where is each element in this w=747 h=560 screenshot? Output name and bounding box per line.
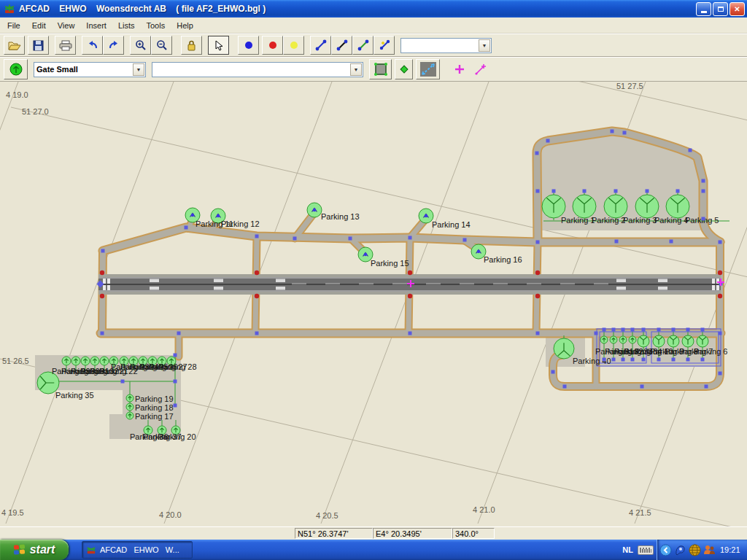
close-button[interactable]: ✕ <box>729 2 745 16</box>
taxiway-node[interactable] <box>177 332 181 335</box>
taxiway-node[interactable] <box>642 358 646 362</box>
hold-node[interactable] <box>718 271 722 275</box>
taxiway-node[interactable] <box>101 332 104 335</box>
hold-node[interactable] <box>535 271 540 275</box>
redo-button[interactable] <box>103 36 124 55</box>
taxiway-node[interactable] <box>701 328 705 332</box>
parking-node[interactable] <box>364 253 367 256</box>
segment-black-button[interactable] <box>331 36 352 55</box>
taxiway-node[interactable] <box>701 358 705 362</box>
taxiway-node[interactable] <box>536 332 540 335</box>
taxiway-node[interactable] <box>623 131 627 135</box>
taxiway-node[interactable] <box>672 328 676 332</box>
taxiway-node[interactable] <box>409 236 412 240</box>
restore-button[interactable] <box>713 2 728 16</box>
taxiway-node[interactable] <box>631 358 635 362</box>
language-bar[interactable]: NL <box>622 540 654 560</box>
hold-node[interactable] <box>255 294 259 298</box>
airport-map-canvas[interactable]: 4 19.051 27.051 27.551 26.54 19.54 20.04… <box>0 82 747 526</box>
taxiway-node[interactable] <box>702 217 705 221</box>
add-point-button[interactable] <box>449 60 470 79</box>
taxiway-node[interactable] <box>705 385 708 389</box>
taxiway-node[interactable] <box>646 190 649 193</box>
taxiway-node[interactable] <box>546 139 550 143</box>
hide-icons-chevron[interactable] <box>659 544 672 556</box>
node-yellow-button[interactable] <box>283 36 304 55</box>
menu-insert[interactable]: Insert <box>80 19 112 32</box>
taxiway-node[interactable] <box>719 372 722 376</box>
taskbar-task-afcad[interactable]: AFCAD EHWO W... <box>82 541 193 559</box>
taxiway-node[interactable] <box>670 240 673 244</box>
parking-node[interactable] <box>191 214 194 217</box>
zoom-out-button[interactable] <box>151 36 172 55</box>
taxiway-node[interactable] <box>174 354 177 357</box>
language-indicator[interactable]: NL <box>622 545 633 554</box>
hold-node[interactable] <box>100 271 104 275</box>
messenger-tray-icon[interactable] <box>674 544 686 556</box>
taxiway-node[interactable] <box>672 358 676 362</box>
taxiway-node[interactable] <box>293 237 297 241</box>
taxiway-node[interactable] <box>583 190 587 193</box>
gate-type-combo[interactable]: Gate Small ▼ <box>34 62 146 77</box>
diamond-button[interactable] <box>395 59 413 79</box>
taxiway-node[interactable] <box>657 358 661 362</box>
start-button[interactable]: start <box>0 540 69 560</box>
taxiway-node[interactable] <box>612 328 616 332</box>
taxiway-node[interactable] <box>689 149 692 152</box>
taxiway-node[interactable] <box>255 332 259 335</box>
globe-tray-icon[interactable] <box>689 544 701 556</box>
taxiway-node[interactable] <box>552 190 556 193</box>
undo-button[interactable] <box>82 36 103 55</box>
taxiway-node[interactable] <box>719 332 722 335</box>
gate-name-dropdown-arrow[interactable]: ▼ <box>350 63 362 76</box>
taxiway-node[interactable] <box>686 358 690 362</box>
taxiway-node[interactable] <box>615 240 619 244</box>
taxiway-node[interactable] <box>640 385 644 389</box>
taxiway-node[interactable] <box>174 380 177 384</box>
taxiway-node[interactable] <box>622 328 625 332</box>
taxiway-node[interactable] <box>631 328 635 332</box>
menu-view[interactable]: View <box>52 19 81 32</box>
taxiway-node[interactable] <box>702 179 705 183</box>
combo-dropdown-arrow[interactable]: ▼ <box>479 39 490 52</box>
hold-node[interactable] <box>255 271 259 275</box>
taxiway-node[interactable] <box>595 332 598 335</box>
menu-tools[interactable]: Tools <box>141 19 171 32</box>
add-point-line-button[interactable] <box>470 60 491 79</box>
taxiway-node[interactable] <box>255 235 259 238</box>
taxiway-node[interactable] <box>121 380 125 384</box>
gate-circle-button[interactable] <box>4 59 28 79</box>
taxiway-node[interactable] <box>702 190 705 193</box>
taxiway-node[interactable] <box>463 238 467 242</box>
select-arrow-button[interactable] <box>208 36 229 55</box>
zoom-in-button[interactable] <box>130 36 151 55</box>
taxiway-node[interactable] <box>614 190 618 193</box>
node-red-button[interactable] <box>262 36 283 55</box>
menu-file[interactable]: File <box>1 19 26 32</box>
taxiway-node[interactable] <box>536 190 540 193</box>
segment-add-button[interactable] <box>374 36 395 55</box>
menu-lists[interactable]: Lists <box>112 19 141 32</box>
hold-node[interactable] <box>100 294 104 298</box>
hold-node[interactable] <box>408 294 412 298</box>
taxiway-node[interactable] <box>719 241 722 244</box>
apron-polygon-button[interactable] <box>369 59 392 79</box>
gate-type-dropdown-arrow[interactable]: ▼ <box>133 63 144 76</box>
gate-name-combo[interactable]: ▼ <box>152 62 363 77</box>
parking-node[interactable] <box>477 250 480 253</box>
taxiway-sample-button[interactable] <box>416 59 440 79</box>
parking-node[interactable] <box>425 214 427 217</box>
taxiway-node[interactable] <box>676 190 680 193</box>
users-tray-icon[interactable] <box>703 544 716 556</box>
taxiway-node[interactable] <box>174 404 177 408</box>
minimize-button[interactable] <box>696 2 711 16</box>
taxiway-node[interactable] <box>603 358 606 362</box>
taxiway-node[interactable] <box>611 130 614 133</box>
segment-blue-button[interactable] <box>310 36 331 55</box>
taxiway-node[interactable] <box>612 358 616 362</box>
keyboard-icon[interactable] <box>638 545 654 555</box>
node-blue-button[interactable] <box>238 36 259 55</box>
taxiway-node[interactable] <box>349 237 352 241</box>
taxiway-node[interactable] <box>657 328 661 332</box>
menu-help[interactable]: Help <box>171 19 199 32</box>
